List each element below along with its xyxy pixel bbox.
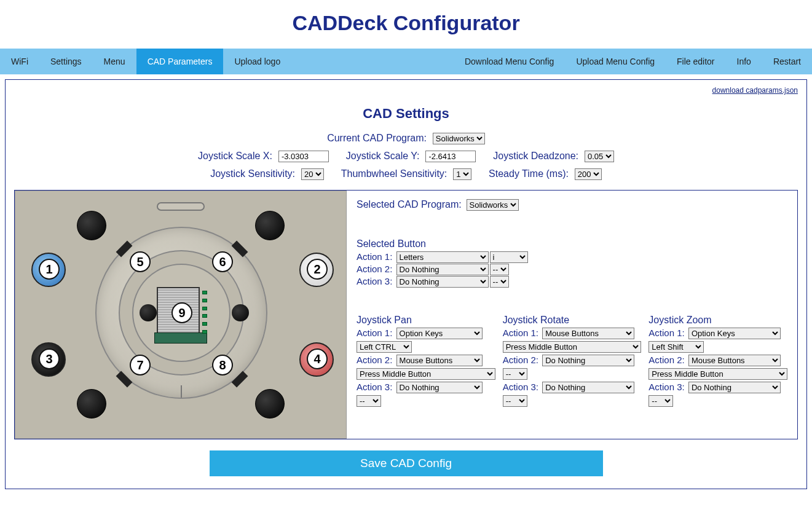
sb-action1-type[interactable]: Letters — [396, 251, 489, 263]
nav-menu[interactable]: Menu — [93, 49, 136, 74]
joystick-sensitivity-select[interactable]: 20 — [301, 168, 324, 180]
right-panel: Selected CAD Program: Solidworks Selecte… — [347, 191, 797, 439]
screw-small-icon — [232, 304, 249, 321]
nav-info[interactable]: Info — [726, 49, 762, 74]
zoom-a3-value[interactable]: -- — [648, 395, 673, 407]
zoom-a3-label: Action 3: — [648, 382, 684, 392]
screw-icon — [255, 211, 285, 240]
slot-icon — [157, 202, 205, 211]
joystick-deadzone-label: Joystick Deadzone: — [493, 151, 578, 161]
sb-action1-value[interactable]: i — [490, 251, 528, 263]
joystick-pan-group: Joystick Pan Action 1: Option Keys Left … — [357, 312, 495, 408]
rot-a2-value[interactable]: -- — [503, 368, 527, 380]
screw-icon — [255, 389, 285, 419]
rot-a1-type[interactable]: Mouse Buttons — [542, 328, 634, 339]
pan-a2-label: Action 2: — [357, 355, 392, 365]
current-cad-program-label: Current CAD Program: — [327, 133, 427, 143]
zoom-a3-type[interactable]: Do Nothing — [688, 382, 781, 393]
zoom-a2-value[interactable]: Press Middle Button — [648, 368, 787, 380]
nav-wifi[interactable]: WiFi — [0, 49, 39, 74]
joystick-scale-x-input[interactable] — [278, 151, 329, 162]
pan-a2-value[interactable]: Press Middle Button — [357, 368, 495, 380]
badge-9: 9 — [171, 302, 192, 323]
nav-download-menu-config[interactable]: Download Menu Config — [454, 49, 566, 74]
device-diagram: 1 2 3 4 5 6 7 8 9 — [15, 191, 347, 439]
thumbwheel-sensitivity-select[interactable]: 1 — [453, 168, 471, 180]
page-title: CADDeck Configurator — [0, 11, 812, 35]
screw-icon — [77, 211, 106, 240]
nav-file-editor[interactable]: File editor — [666, 49, 725, 74]
rot-a2-type[interactable]: Do Nothing — [542, 355, 634, 366]
sb-action2-label: Action 2: — [357, 264, 392, 274]
sb-action2-type[interactable]: Do Nothing — [396, 264, 489, 275]
badge-2: 2 — [307, 259, 328, 280]
joystick-scale-y-label: Joystick Scale Y: — [346, 151, 420, 161]
selected-button-label: Selected Button — [357, 238, 426, 250]
joystick-pan-label: Joystick Pan — [357, 315, 412, 326]
save-cad-config-button[interactable]: Save CAD Config — [210, 450, 603, 476]
thumbwheel-sensitivity-label: Thumbwheel Sensitivity: — [341, 168, 447, 179]
sb-action2-value[interactable]: -- — [490, 264, 509, 275]
rot-a2-label: Action 2: — [503, 355, 538, 365]
selected-cad-program-select[interactable]: Solidworks — [467, 199, 519, 211]
zoom-a1-type[interactable]: Option Keys — [688, 328, 781, 339]
joystick-deadzone-select[interactable]: 0.05 — [585, 151, 614, 162]
joystick-zoom-label: Joystick Zoom — [648, 315, 711, 326]
joystick-scale-y-input[interactable] — [425, 151, 476, 162]
joystick-rotate-group: Joystick Rotate Action 1: Mouse Buttons … — [503, 312, 642, 408]
badge-5: 5 — [130, 251, 151, 272]
badge-6: 6 — [212, 251, 233, 272]
rot-a3-value[interactable]: -- — [503, 395, 527, 407]
steady-time-select[interactable]: 200 — [575, 168, 602, 180]
rot-a1-label: Action 1: — [503, 328, 538, 338]
nav-settings[interactable]: Settings — [39, 49, 93, 74]
rot-a3-type[interactable]: Do Nothing — [542, 382, 634, 393]
pan-a2-type[interactable]: Mouse Buttons — [396, 355, 483, 366]
navbar: WiFi Settings Menu CAD Parameters Upload… — [0, 49, 812, 74]
joystick-scale-x-label: Joystick Scale X: — [198, 151, 272, 161]
pan-a1-label: Action 1: — [357, 328, 392, 338]
zoom-a1-value[interactable]: Left Shift — [648, 341, 704, 353]
pan-a3-value[interactable]: -- — [357, 395, 381, 407]
badge-4: 4 — [307, 348, 328, 369]
badge-8: 8 — [212, 355, 233, 375]
joystick-rotate-label: Joystick Rotate — [503, 315, 569, 326]
rot-a3-label: Action 3: — [503, 382, 538, 392]
nav-cad-parameters[interactable]: CAD Parameters — [136, 49, 224, 74]
joystick-zoom-group: Joystick Zoom Action 1: Option Keys Left… — [648, 312, 787, 408]
zoom-a2-type[interactable]: Mouse Buttons — [688, 355, 781, 366]
cad-settings-heading: CAD Settings — [14, 106, 798, 122]
pan-a3-type[interactable]: Do Nothing — [396, 382, 483, 393]
content: download cadparams.json CAD Settings Cur… — [5, 79, 807, 489]
pan-a3-label: Action 3: — [357, 382, 392, 392]
sb-action3-type[interactable]: Do Nothing — [396, 276, 489, 288]
badge-1: 1 — [39, 259, 60, 280]
current-cad-program-select[interactable]: Solidworks — [433, 133, 485, 144]
nav-restart[interactable]: Restart — [762, 49, 812, 74]
badge-7: 7 — [130, 355, 151, 375]
sb-action3-label: Action 3: — [357, 276, 392, 286]
pan-a1-type[interactable]: Option Keys — [396, 328, 483, 339]
zoom-a2-label: Action 2: — [648, 355, 684, 365]
steady-time-label: Steady Time (ms): — [489, 168, 569, 179]
nav-upload-menu-config[interactable]: Upload Menu Config — [565, 49, 666, 74]
selected-cad-program-label: Selected CAD Program: — [357, 199, 462, 210]
zoom-a1-label: Action 1: — [648, 328, 684, 338]
main-box: 1 2 3 4 5 6 7 8 9 Selected CAD Program: … — [14, 190, 798, 439]
sb-action1-label: Action 1: — [357, 251, 392, 262]
rot-a1-value[interactable]: Press Middle Button — [503, 341, 642, 353]
badge-3: 3 — [39, 348, 60, 369]
nav-upload-logo[interactable]: Upload logo — [223, 49, 291, 74]
download-cadparams-link[interactable]: download cadparams.json — [712, 86, 798, 95]
joystick-sensitivity-label: Joystick Sensitivity: — [210, 168, 295, 179]
sb-action3-value[interactable]: -- — [490, 276, 509, 288]
pan-a1-value[interactable]: Left CTRL — [357, 341, 412, 353]
screw-icon — [77, 389, 106, 419]
divider-icon — [181, 385, 182, 398]
